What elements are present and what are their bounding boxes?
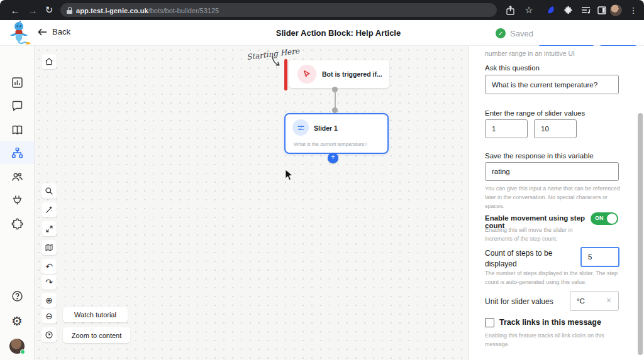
home-icon[interactable] [42,54,57,69]
lock-icon [67,7,72,14]
trigger-block[interactable]: Bot is triggered if... [289,60,389,88]
extensions-puzzle-icon[interactable] [561,0,575,20]
step-count-help-text: The number of steps displayed in the sli… [485,270,633,287]
sidebar-item-analytics[interactable] [0,71,34,94]
range-max-input[interactable] [534,119,577,138]
variable-label: Save the response in this variable [485,152,594,160]
sidebar-item-help[interactable] [0,285,34,307]
step-count-toggle[interactable]: ON [591,212,618,225]
step-count-input[interactable] [580,247,619,267]
online-status-dot [20,349,25,354]
track-links-label: Track links in this message [499,318,601,327]
sidebar-item-audience[interactable] [0,165,34,188]
media-queue-icon[interactable] [579,0,592,20]
genie-logo[interactable] [5,21,33,46]
browser-reload-icon[interactable]: ↻ [42,0,57,20]
trigger-start-bar [284,59,287,90]
browser-profile-avatar[interactable] [609,0,623,20]
minimap-icon[interactable] [42,240,57,255]
slider-block[interactable]: Slider 1 What is the current temperature… [284,113,389,154]
panel-scrollbar[interactable] [638,113,643,355]
trigger-block-title: Bot is triggered if... [322,70,382,78]
slider-block-subtitle: What is the current temperature? [294,141,367,147]
app-header: Back Slider Action Block: Help Article ✓… [0,20,644,46]
browser-chrome: ← → ↻ app.test.i-genie.co.uk/bots/bot-bu… [0,0,644,20]
mouse-cursor [285,169,293,181]
browser-forward-icon[interactable]: → [25,0,40,20]
step-toggle-help-text: Enabling this will move the slider in in… [485,226,595,244]
variable-help-text: You can give this input a name that can … [485,185,627,211]
sidebar-item-plugins[interactable] [0,212,34,235]
side-panel-icon[interactable] [595,0,609,20]
slider-icon [292,119,309,136]
unit-label: Unit for slider values [485,297,553,306]
address-bar[interactable]: app.test.i-genie.co.uk/bots/bot-builder/… [60,3,497,17]
block-description-tail: number range in an intuitive UI [485,48,575,58]
ask-question-label: Ask this question [485,64,540,72]
sidebar-item-bot-builder[interactable] [0,141,34,164]
slider-block-title: Slider 1 [314,124,338,132]
toggle-knob [607,214,617,224]
history-icon[interactable] [42,327,57,342]
track-links-help-text: Enabling this feature tracks all link cl… [485,332,617,349]
fullscreen-icon[interactable] [42,221,57,236]
magic-wand-icon[interactable] [42,202,57,217]
ask-question-input[interactable] [485,75,619,94]
sidebar-item-integrations[interactable] [0,188,34,211]
sidebar-item-knowledge[interactable] [0,118,34,141]
unit-input[interactable] [570,291,619,311]
step-count-label: Count of steps to be displayed [485,248,564,270]
back-arrow-icon [38,28,47,36]
block-settings-panel: number range in an intuitive UI Ask this… [469,46,644,360]
zoom-in-icon[interactable]: ⊕ [42,293,57,308]
page-title: Slider Action Block: Help Article [276,28,401,38]
saved-label: Saved [510,29,533,38]
sidebar-item-profile[interactable] [0,335,34,357]
connector-node-bottom[interactable] [332,107,338,113]
sidebar-item-settings[interactable]: ⚙ [0,310,34,332]
range-min-input[interactable] [485,119,528,138]
primary-sidebar: ⚙ [0,46,35,360]
watch-tutorial-button[interactable]: Watch tutorial [63,307,128,322]
pinned-extension-icon[interactable] [543,0,557,20]
undo-icon[interactable]: ↶ [42,259,57,274]
track-links-checkbox[interactable] [485,318,494,327]
add-block-button[interactable]: + [328,153,338,163]
flow-canvas[interactable]: ↶ ↷ ⊕ ⊖ Watch tutorial Zoom to content S… [35,46,469,360]
slider-range-label: Enter the range of slider values [485,109,585,117]
bookmark-star-icon[interactable]: ☆ [522,0,536,20]
search-icon[interactable] [42,183,57,199]
app-window: ← → ↻ app.test.i-genie.co.uk/bots/bot-bu… [0,0,644,360]
unit-clear-icon[interactable]: × [606,295,611,305]
url-path: /bots/bot-builder/53125 [148,7,219,14]
back-button[interactable]: Back [38,27,70,36]
redo-icon[interactable]: ↷ [42,275,57,290]
share-icon[interactable] [503,0,517,20]
saved-check-icon: ✓ [496,28,506,38]
back-label: Back [52,27,70,36]
annotation-arrow-icon [270,56,284,70]
save-status: ✓ Saved [496,28,533,38]
zoom-out-icon[interactable]: ⊖ [42,308,57,324]
toggle-on-label: ON [595,215,604,221]
zoom-to-content-button[interactable]: Zoom to content [63,327,130,343]
sidebar-item-conversations[interactable] [0,94,34,117]
trigger-cursor-icon [297,65,316,84]
browser-back-icon[interactable]: ← [8,0,23,20]
url-domain: app.test.i-genie.co.uk [76,7,148,14]
variable-input[interactable] [485,162,619,181]
browser-menu-icon[interactable]: ⋮ [627,0,640,20]
